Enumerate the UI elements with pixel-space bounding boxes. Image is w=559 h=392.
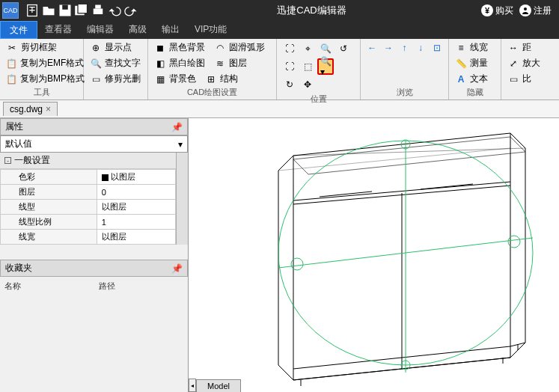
open-icon[interactable] <box>41 3 56 18</box>
black-bg-button[interactable]: ◼黑色背景 <box>153 40 207 55</box>
svg-rect-6 <box>78 4 88 13</box>
svg-rect-8 <box>95 5 101 9</box>
property-row[interactable]: 线型以图层 <box>1 200 176 215</box>
measure-button[interactable]: 📏测量 <box>453 56 496 70</box>
group-tools-label: 工具 <box>4 86 79 99</box>
zoom-window-icon[interactable]: ⌖ <box>299 40 316 57</box>
col-name: 名称 <box>0 279 94 293</box>
magnify-view-button[interactable]: 🔍▾ <box>317 58 334 75</box>
menu-output[interactable]: 输出 <box>154 21 187 39</box>
bgcolor-button[interactable]: ▦背景色 <box>153 72 198 86</box>
blackbg-icon: ◼ <box>154 42 166 54</box>
emf-icon: 📋 <box>6 58 17 70</box>
arc-icon: ◠ <box>214 42 226 54</box>
menu-file[interactable]: 文件 <box>0 21 37 39</box>
favorites-header: 收藏夹 📌 <box>0 260 188 277</box>
layer-button[interactable]: ≋图层 <box>213 56 248 70</box>
model-tab[interactable]: Model <box>196 379 241 392</box>
zoom-fit-icon[interactable]: ⛶ <box>281 58 298 75</box>
register-button[interactable]: 注册 <box>519 4 552 17</box>
buy-button[interactable]: ¥购买 <box>481 4 513 17</box>
eraser-icon: ▭ <box>90 73 102 85</box>
copy-bmp-button[interactable]: 📋复制为BMP格式 <box>4 72 79 86</box>
rotate-icon[interactable]: ↻ <box>281 76 298 93</box>
text-button[interactable]: A文本 <box>453 72 496 86</box>
struct-button[interactable]: ⊞结构 <box>204 72 239 86</box>
bmp-icon: 📋 <box>6 73 17 85</box>
find-text-button[interactable]: 🔍查找文字 <box>88 56 143 70</box>
app-title: 迅捷CAD编辑器 <box>142 4 481 17</box>
property-row[interactable]: 图层0 <box>1 185 176 200</box>
menu-viewer[interactable]: 查看器 <box>37 21 79 39</box>
layer-icon: ≋ <box>214 58 226 70</box>
close-tab-icon[interactable]: × <box>46 104 51 114</box>
arc-button[interactable]: ◠圆滑弧形 <box>213 40 266 55</box>
document-tab[interactable]: csg.dwg × <box>3 102 58 116</box>
print-icon[interactable] <box>91 3 106 18</box>
bw-draw-button[interactable]: ◧黑白绘图 <box>153 56 207 70</box>
scale-button[interactable]: ▭比 <box>506 72 555 86</box>
svg-point-9 <box>524 7 527 10</box>
app-icon: CAD <box>2 2 19 19</box>
menu-advanced[interactable]: 高级 <box>121 21 154 39</box>
enlarge-button[interactable]: ⤢放大 <box>506 56 555 70</box>
zoom-reset-icon[interactable]: ↺ <box>335 40 352 57</box>
point-icon: ⊕ <box>90 42 102 54</box>
default-dropdown[interactable]: 默认值▾ <box>0 135 188 153</box>
collapse-icon[interactable]: - <box>4 157 11 164</box>
svg-point-14 <box>508 236 520 248</box>
svg-point-13 <box>291 258 303 270</box>
tab-scroll-left[interactable]: ◂ <box>189 379 196 392</box>
pan-icon[interactable]: ✥ <box>299 76 316 93</box>
struct-icon: ⊞ <box>205 73 217 85</box>
group-hide-label: 隐藏 <box>453 86 496 99</box>
redo-icon[interactable] <box>123 3 138 18</box>
properties-header: 属性 📌 <box>0 118 188 135</box>
search-icon: 🔍 <box>90 58 102 70</box>
svg-text:+: + <box>29 3 36 16</box>
saveall-icon[interactable] <box>74 3 89 18</box>
crop-frame-button[interactable]: ✂剪切框架 <box>4 40 79 55</box>
scrollbar[interactable] <box>176 153 188 245</box>
zoom-select-icon[interactable]: ⬚ <box>299 58 316 75</box>
col-path: 路径 <box>94 279 189 293</box>
distance-button[interactable]: ↔距 <box>506 40 555 55</box>
pin-icon[interactable]: 📌 <box>171 122 183 132</box>
svg-rect-7 <box>94 9 103 15</box>
menu-editor[interactable]: 编辑器 <box>79 21 121 39</box>
ruler-icon: 📏 <box>455 58 467 70</box>
pin-icon[interactable]: 📌 <box>171 263 183 274</box>
zoom-in-icon[interactable]: 🔍 <box>317 40 334 57</box>
show-point-button[interactable]: ⊕显示点 <box>88 40 143 55</box>
enlarge-icon: ⤢ <box>507 58 519 70</box>
document-tabstrip: csg.dwg × <box>0 100 559 118</box>
left-panel: 属性 📌 默认值▾ - 一般设置 色彩以图层图层0线型以图层线型比例1线宽以图层… <box>0 118 189 392</box>
ribbon: ✂剪切框架 📋复制为EMF格式 📋复制为BMP格式 工具 ⊕显示点 🔍查找文字 … <box>0 39 559 100</box>
undo-icon[interactable] <box>107 3 122 18</box>
zoom-extent-icon[interactable]: ⛶ <box>281 40 298 57</box>
user-icon <box>519 4 531 16</box>
property-row[interactable]: 色彩以图层 <box>1 170 176 185</box>
linewidth-button[interactable]: ≡线宽 <box>453 40 496 55</box>
nav-down-icon[interactable]: ↓ <box>414 40 428 55</box>
nav-reset-icon[interactable]: ⊡ <box>430 40 444 55</box>
save-icon[interactable] <box>58 3 73 18</box>
document-name: csg.dwg <box>10 104 43 114</box>
nav-left-icon[interactable]: ← <box>365 40 379 55</box>
menu-vip[interactable]: VIP功能 <box>187 21 234 39</box>
bgcolor-icon: ▦ <box>154 73 166 85</box>
property-row[interactable]: 线型比例1 <box>1 215 176 230</box>
copy-emf-button[interactable]: 📋复制为EMF格式 <box>4 56 79 70</box>
new-icon[interactable]: + <box>25 3 40 18</box>
property-row[interactable]: 线宽以图层 <box>1 230 176 245</box>
trim-button[interactable]: ▭修剪光删 <box>88 72 143 86</box>
nav-right-icon[interactable]: → <box>382 40 396 55</box>
distance-icon: ↔ <box>507 42 519 54</box>
general-settings-group[interactable]: - 一般设置 <box>0 153 176 169</box>
nav-up-icon[interactable]: ↑ <box>397 40 412 55</box>
group-cad-label: CAD绘图设置 <box>153 86 272 99</box>
scale-icon: ▭ <box>507 73 519 85</box>
drawing-canvas[interactable] <box>189 118 559 392</box>
group-pos-label: 位置 <box>281 93 355 106</box>
bw-icon: ◧ <box>154 58 166 70</box>
